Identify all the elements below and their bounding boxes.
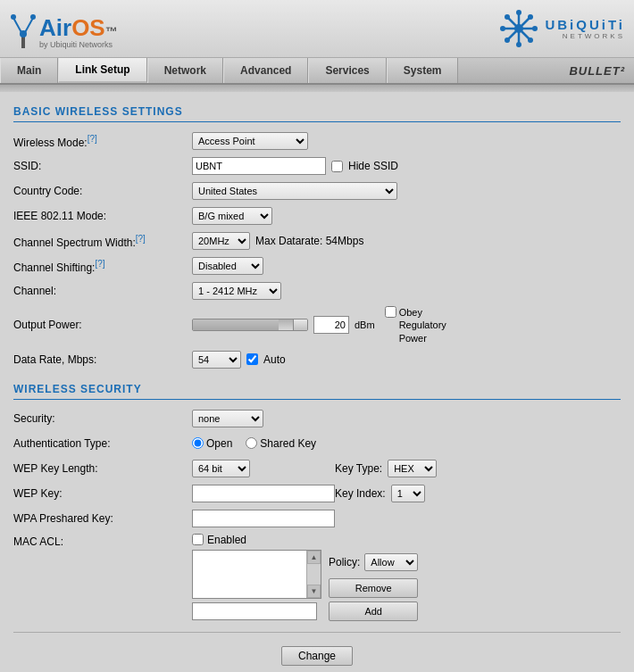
key-type-select[interactable]: HEX ASCII [388, 460, 437, 477]
ssid-row: SSID: Hide SSID [13, 156, 621, 176]
wep-length-row: WEP Key Length: 64 bit 128 bit Key Type:… [13, 459, 621, 478]
product-name: BULLET² [569, 58, 634, 83]
country-code-label: Country Code: [13, 185, 192, 197]
main-content: BASIC WIRELESS SETTINGS Wireless Mode:[?… [0, 92, 634, 672]
wireless-mode-control: Access Point Station AP-Repeater [192, 132, 308, 150]
mac-acl-enabled-label: Enabled [207, 534, 246, 546]
ssid-label: SSID: [13, 160, 192, 172]
tab-link-setup[interactable]: Link Setup [58, 58, 146, 83]
svg-point-4 [11, 14, 16, 20]
output-power-control: dBm Obey Regulatory Power [192, 306, 471, 344]
country-code-control: United States United Kingdom Germany [192, 182, 397, 200]
wep-length-label: WEP Key Length: [13, 462, 192, 475]
tab-main[interactable]: Main [0, 58, 58, 83]
auth-open-label: Open [206, 437, 232, 450]
security-select[interactable]: none WEP WPA WPA2 [192, 410, 263, 427]
ssid-input[interactable] [192, 157, 326, 175]
ieee-mode-label: IEEE 802.11 Mode: [13, 210, 192, 222]
wireless-security-title: WIRELESS SECURITY [13, 383, 621, 400]
policy-select[interactable]: Allow Deny [364, 553, 418, 571]
output-power-slider[interactable] [192, 319, 308, 331]
basic-wireless-title: BASIC WIRELESS SETTINGS [13, 105, 621, 122]
add-button[interactable]: Add [329, 601, 418, 621]
channel-shifting-control: Disabled Enabled [192, 257, 263, 275]
ubiquiti-name: UBiQUiTi [545, 17, 625, 32]
data-rate-select[interactable]: 54 48 36 24 [192, 351, 241, 369]
channel-label: Channel: [13, 285, 192, 297]
key-index-select[interactable]: 1 2 3 4 [391, 485, 425, 502]
dbm-label: dBm [355, 319, 375, 330]
country-code-select[interactable]: United States United Kingdom Germany [192, 182, 397, 200]
tab-network[interactable]: Network [147, 58, 223, 83]
mac-acl-left: Enabled ▲ ▼ [192, 534, 321, 620]
wpa-key-row: WPA Preshared Key: [13, 509, 621, 528]
data-rate-row: Data Rate, Mbps: 54 48 36 24 Auto [13, 350, 621, 369]
auth-type-row: Authentication Type: Open Shared Key [13, 434, 621, 453]
tab-advanced[interactable]: Advanced [223, 58, 308, 83]
ieee-mode-select[interactable]: B/G mixed B only G only [192, 207, 272, 225]
output-power-label: Output Power: [13, 319, 192, 331]
change-button[interactable]: Change [281, 646, 353, 666]
logo-text: AirOS™ [39, 16, 118, 39]
divider [13, 632, 621, 633]
mac-acl-scrollbar[interactable]: ▲ ▼ [306, 551, 321, 598]
ubiquiti-networks: NETWORKS [545, 32, 625, 40]
output-power-input[interactable] [313, 316, 349, 334]
channel-spectrum-note: Max Datarate: 54Mbps [255, 235, 363, 247]
mac-acl-textarea-wrapper: ▲ ▼ [192, 550, 321, 599]
mac-acl-row: MAC ACL: Enabled ▲ ▼ [13, 534, 621, 621]
channel-shifting-select[interactable]: Disabled Enabled [192, 257, 263, 275]
wireless-mode-select[interactable]: Access Point Station AP-Repeater [192, 132, 308, 150]
wpa-key-input[interactable] [192, 510, 335, 527]
auth-type-label: Authentication Type: [13, 437, 192, 450]
svg-point-11 [516, 42, 521, 47]
remove-button[interactable]: Remove [329, 578, 418, 598]
svg-point-12 [500, 26, 505, 31]
auto-rate-checkbox[interactable] [246, 353, 258, 365]
wpa-key-label: WPA Preshared Key: [13, 512, 192, 525]
obey-checkbox[interactable] [385, 306, 396, 318]
logo-sub: by Ubiquiti Networks [39, 40, 118, 49]
svg-point-3 [20, 30, 27, 37]
scroll-up-btn[interactable]: ▲ [307, 551, 321, 564]
channel-shifting-row: Channel Shifting:[?] Disabled Enabled [13, 256, 621, 276]
tab-system[interactable]: System [387, 58, 459, 83]
mac-input-field[interactable] [192, 602, 317, 620]
scroll-down-btn[interactable]: ▼ [307, 585, 321, 598]
svg-point-17 [505, 37, 510, 43]
mac-acl-enabled-checkbox[interactable] [192, 534, 204, 545]
hide-ssid-checkbox[interactable] [331, 161, 343, 172]
ssid-control: Hide SSID [192, 157, 398, 175]
wep-key-control [192, 485, 335, 502]
nav-bar: Main Link Setup Network Advanced Service… [0, 58, 634, 85]
auth-open-radio[interactable] [192, 437, 204, 449]
svg-point-10 [516, 10, 521, 15]
mac-acl-textarea[interactable] [193, 551, 307, 598]
svg-point-16 [528, 14, 533, 20]
auto-rate-label: Auto [263, 353, 286, 366]
ubiquiti-logo: UBiQUiTi NETWORKS [499, 9, 625, 49]
ieee-mode-control: B/G mixed B only G only [192, 207, 272, 225]
auth-shared-radio[interactable] [246, 437, 257, 449]
obey-container: Obey Regulatory Power [385, 306, 471, 344]
key-type-right: Key Type: HEX ASCII [335, 460, 437, 477]
auth-shared-option: Shared Key [246, 437, 316, 450]
svg-point-13 [532, 26, 538, 31]
key-index-right: Key Index: 1 2 3 4 [335, 485, 425, 502]
key-type-label: Key Type: [335, 462, 382, 475]
security-label: Security: [13, 412, 192, 425]
wireless-mode-row: Wireless Mode:[?] Access Point Station A… [13, 131, 621, 151]
wep-length-select[interactable]: 64 bit 128 bit [192, 460, 250, 477]
key-index-label: Key Index: [335, 487, 386, 500]
slider-fill [193, 319, 279, 330]
wep-key-input[interactable] [192, 485, 335, 502]
svg-point-5 [30, 14, 36, 20]
logo-area: AirOS™ by Ubiquiti Networks [9, 9, 118, 49]
channel-spectrum-label: Channel Spectrum Width:[?] [13, 234, 192, 249]
nav-divider [0, 85, 634, 92]
channel-spectrum-select[interactable]: 20MHz 40MHz [192, 232, 250, 250]
channel-select[interactable]: 1 - 2412 MHz 6 - 2437 MHz 11 - 2462 MHz [192, 282, 281, 300]
tab-services[interactable]: Services [308, 58, 386, 83]
wireless-mode-label: Wireless Mode:[?] [13, 134, 192, 149]
wep-key-label: WEP Key: [13, 487, 192, 500]
